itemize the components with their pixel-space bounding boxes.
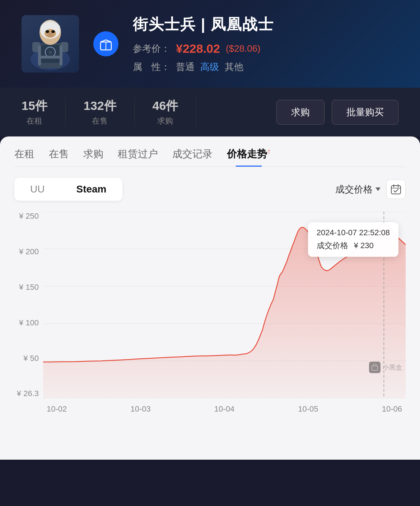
tabs-row: 在租 在售 求购 租赁过户 成交记录 价格走势↑ xyxy=(14,136,406,167)
calendar-icon xyxy=(391,184,401,195)
stat-rent-label: 在租 xyxy=(27,116,42,126)
header-section: ☆ xyxy=(0,0,420,88)
tab-history[interactable]: 成交记录 xyxy=(172,147,213,167)
x-label-1006: 10-06 xyxy=(382,404,402,414)
y-label-200: ¥ 200 xyxy=(19,247,39,256)
price-row: 参考价： ¥228.02 ($28.06) xyxy=(133,42,398,56)
tab-transfer[interactable]: 租赁过户 xyxy=(118,147,158,167)
platform-uu-button[interactable]: UU xyxy=(14,178,60,201)
attr-normal: 普通 xyxy=(176,61,195,73)
svg-point-13 xyxy=(47,33,53,37)
svg-text:☆: ☆ xyxy=(48,50,52,55)
stat-sale-count: 132件 xyxy=(84,98,116,114)
character-image: ☆ xyxy=(25,16,75,72)
stats-bar: 15件 在租 132件 在售 46件 求购 求购 批量购买 xyxy=(0,88,420,136)
tooltip-date: 2024-10-07 22:52:08 xyxy=(317,228,390,237)
box-icon xyxy=(93,31,118,56)
tab-want[interactable]: 求购 xyxy=(83,147,103,167)
x-label-1002: 10-02 xyxy=(47,404,67,414)
price-filter-row: 成交价格 xyxy=(335,180,406,199)
filter-arrow-icon xyxy=(375,187,381,191)
trend-arrow-icon: ↑ xyxy=(267,147,271,155)
svg-rect-16 xyxy=(38,56,62,59)
price-cny: ¥228.02 xyxy=(176,42,220,56)
x-label-1003: 10-03 xyxy=(130,404,150,414)
character-avatar: ☆ xyxy=(22,15,79,73)
x-label-1004: 10-04 xyxy=(214,404,234,414)
svg-point-11 xyxy=(46,30,49,33)
stat-rent-count: 15件 xyxy=(22,98,47,114)
attr-label: 属 性： xyxy=(133,61,170,73)
svg-rect-15 xyxy=(60,46,62,65)
svg-point-12 xyxy=(51,30,55,33)
platform-row: UU Steam 成交价格 xyxy=(14,178,406,201)
svg-rect-14 xyxy=(38,46,41,65)
svg-rect-31 xyxy=(372,366,378,370)
calendar-button[interactable] xyxy=(386,180,406,199)
x-axis: 10-02 10-03 10-04 10-05 10-06 xyxy=(43,398,406,420)
main-content: 在租 在售 求购 租赁过户 成交记录 价格走势↑ UU Steam 成交价格 xyxy=(0,136,420,460)
attr-row: 属 性： 普通 高级 其他 xyxy=(133,61,398,73)
stat-buttons: 求购 批量购买 xyxy=(276,100,398,125)
svg-rect-20 xyxy=(391,186,401,194)
watermark-text: 小黑盒 xyxy=(383,363,402,372)
tab-sale[interactable]: 在售 xyxy=(49,147,69,167)
platform-selector: UU Steam xyxy=(14,178,122,201)
x-label-1005: 10-05 xyxy=(298,404,318,414)
tooltip-price-row: 成交价格 ¥ 230 xyxy=(317,240,390,251)
stat-want-label: 求购 xyxy=(157,116,173,126)
stat-sale: 132件 在售 xyxy=(66,98,135,126)
chart-svg-area: 2024-10-07 22:52:08 成交价格 ¥ 230 小黑盒 xyxy=(43,212,406,398)
header-info: 街头士兵 | 凤凰战士 参考价： ¥228.02 ($28.06) 属 性： 普… xyxy=(133,14,398,73)
attr-advanced: 高级 xyxy=(200,61,219,73)
tab-rent[interactable]: 在租 xyxy=(14,147,34,167)
tooltip-price-value: ¥ 230 xyxy=(354,241,374,250)
chart-container: ¥ 250 ¥ 200 ¥ 150 ¥ 100 ¥ 50 ¥ 26.3 xyxy=(14,212,406,420)
price-filter-button[interactable]: 成交价格 xyxy=(335,183,381,196)
watermark-icon xyxy=(371,364,378,371)
box-svg xyxy=(99,37,113,51)
price-label: 参考价： xyxy=(133,42,170,55)
stat-rent: 15件 在租 xyxy=(22,98,66,126)
chart-tooltip: 2024-10-07 22:52:08 成交价格 ¥ 230 xyxy=(308,222,398,257)
stat-want: 46件 求购 xyxy=(135,98,197,126)
watermark: 小黑盒 xyxy=(369,362,402,373)
y-label-263: ¥ 26.3 xyxy=(17,389,39,398)
attr-other: 其他 xyxy=(225,61,243,73)
item-title: 街头士兵 | 凤凰战士 xyxy=(133,14,398,34)
tooltip-price-label: 成交价格 xyxy=(317,240,348,251)
buy-button[interactable]: 求购 xyxy=(276,100,325,125)
tab-trend[interactable]: 价格走势↑ xyxy=(227,147,271,167)
platform-steam-button[interactable]: Steam xyxy=(60,178,122,201)
watermark-box xyxy=(369,362,381,373)
y-label-100: ¥ 100 xyxy=(19,318,39,328)
bulk-buy-button[interactable]: 批量购买 xyxy=(332,100,398,125)
stat-want-count: 46件 xyxy=(153,98,178,114)
y-label-250: ¥ 250 xyxy=(19,212,39,221)
y-label-50: ¥ 50 xyxy=(23,354,39,363)
stat-sale-label: 在售 xyxy=(92,116,108,126)
price-usd: ($28.06) xyxy=(226,43,261,54)
y-axis: ¥ 250 ¥ 200 ¥ 150 ¥ 100 ¥ 50 ¥ 26.3 xyxy=(14,212,43,398)
y-label-150: ¥ 150 xyxy=(19,283,39,292)
